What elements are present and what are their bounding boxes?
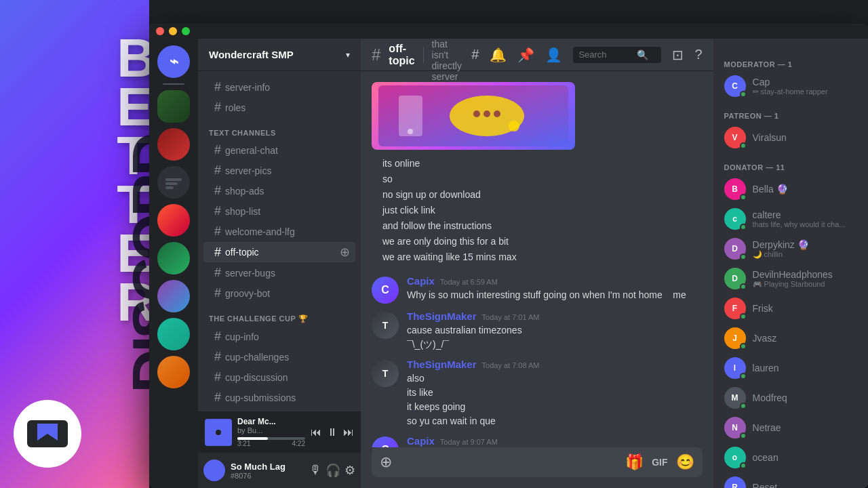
- channel-item-server-bugs[interactable]: # server-bugs: [203, 263, 355, 283]
- member-item-netrae[interactable]: N Netrae: [719, 413, 868, 443]
- channel-item-shop-ads[interactable]: # shop-ads: [203, 181, 355, 201]
- donator-section-header: DONATOR — 11: [719, 152, 868, 174]
- channel-item-welcome-lfg[interactable]: # welcome-and-lfg: [203, 222, 355, 241]
- channel-hash-icon: #: [372, 45, 380, 64]
- channel-item-cup-info[interactable]: # cup-info: [203, 327, 355, 346]
- messages-container: its online so no sign up or download jus…: [361, 71, 713, 447]
- svg-point-11: [509, 121, 519, 131]
- main-chat: # off-topic For stuff that isn't directl…: [361, 39, 713, 488]
- member-info-ocean: ocean: [753, 452, 865, 463]
- server-icon-1[interactable]: [157, 90, 190, 123]
- member-item-reset[interactable]: R Reset: [719, 472, 868, 488]
- brand-letter-b: B: [117, 34, 149, 83]
- hash-icon: #: [214, 350, 221, 364]
- gif-icon[interactable]: GIF: [652, 457, 667, 468]
- hash-icon-btn[interactable]: #: [471, 47, 479, 62]
- inbox-icon[interactable]: ⊡: [672, 47, 684, 63]
- svg-point-9: [408, 129, 413, 134]
- online-status-dot: [740, 403, 747, 409]
- message-header: Capix Today at 6:59 AM: [407, 275, 703, 287]
- add-file-icon[interactable]: ⊕: [380, 453, 392, 471]
- member-name: Jvasz: [753, 333, 865, 344]
- discord-home-button[interactable]: ⌁: [157, 45, 190, 78]
- emoji-icon[interactable]: 😊: [676, 453, 694, 471]
- member-item-bella[interactable]: B Bella 🔮: [719, 174, 868, 204]
- channel-item-cup-discussion[interactable]: # cup-discussion: [203, 367, 355, 387]
- server-icon-6[interactable]: [157, 280, 190, 312]
- channel-item-server-info[interactable]: # server-info: [203, 77, 355, 97]
- channel-item-roles[interactable]: # roles: [203, 98, 355, 117]
- msg-line: its online: [382, 157, 703, 171]
- play-pause-button[interactable]: ⏸: [327, 426, 338, 439]
- channel-item-server-pics[interactable]: # server-pics: [203, 161, 355, 180]
- member-item-viralsun[interactable]: V Viralsun: [719, 123, 868, 152]
- music-info: Dear Mc... by Bu... 3:21 4:22: [237, 417, 305, 447]
- headphones-icon[interactable]: 🎧: [326, 463, 340, 478]
- help-icon[interactable]: ?: [694, 47, 702, 62]
- member-item-caltere[interactable]: c caltere thats life, why would it cha..…: [719, 204, 868, 234]
- channel-item-cup-challenges[interactable]: # cup-challenges: [203, 347, 355, 367]
- online-status-dot: [740, 283, 747, 290]
- message-group: T TheSignMaker Today at 7:08 AM also its…: [372, 357, 703, 430]
- member-name: Cap: [753, 77, 865, 87]
- member-item-frisk[interactable]: F Frisk: [719, 293, 868, 323]
- member-avatar-devilnheadphones: D: [724, 268, 746, 289]
- gift-icon[interactable]: 🎁: [625, 453, 644, 471]
- close-button[interactable]: [156, 27, 164, 35]
- member-name: Derpykinz 🔮: [753, 239, 865, 250]
- next-track-button[interactable]: ⏭: [343, 426, 354, 439]
- message-input[interactable]: [399, 457, 618, 468]
- server-icon-5[interactable]: [157, 242, 190, 274]
- hash-icon: #: [214, 224, 221, 239]
- member-avatar-cap: C: [724, 75, 746, 97]
- hash-icon: #: [214, 143, 221, 157]
- user-info: So Much Lag #8076: [231, 462, 304, 480]
- challenge-cup-header: THE CHALLENGE CUP 🏆: [198, 304, 361, 326]
- member-item-lauren[interactable]: l lauren: [719, 353, 868, 383]
- message-timestamp: Today at 6:59 AM: [440, 278, 498, 286]
- pin-icon[interactable]: 📌: [517, 47, 534, 63]
- member-item-ocean[interactable]: o ocean: [719, 443, 868, 472]
- server-icon-2[interactable]: [157, 128, 190, 161]
- server-icon-8[interactable]: [157, 356, 190, 388]
- music-player: Dear Mc... by Bu... 3:21 4:22 ⏮ ⏸ ⏭: [198, 411, 361, 453]
- maximize-button[interactable]: [182, 27, 190, 35]
- member-info-devilnheadphones: DevilnHeadphones 🎮 Playing Starbound: [753, 269, 865, 289]
- member-info-lauren: lauren: [753, 363, 865, 373]
- microphone-icon[interactable]: 🎙: [309, 463, 321, 478]
- server-header[interactable]: Wondercraft SMP ▾: [198, 39, 361, 71]
- channel-item-general-chat[interactable]: # general-chat: [203, 140, 355, 160]
- search-input[interactable]: [578, 49, 633, 60]
- member-name: Netrae: [753, 422, 865, 433]
- channel-item-shop-list[interactable]: # shop-list: [203, 201, 355, 221]
- member-item-devilnheadphones[interactable]: D DevilnHeadphones 🎮 Playing Starbound: [719, 264, 868, 293]
- search-icon[interactable]: 🔍: [637, 49, 648, 60]
- hash-icon: #: [214, 204, 221, 218]
- channel-item-off-topic[interactable]: # off-topic ⊕: [203, 242, 355, 262]
- channel-item-groovy-bot[interactable]: # groovy-bot: [203, 283, 355, 303]
- online-status-dot: [740, 462, 747, 469]
- member-item-jvasz[interactable]: J Jvasz: [719, 323, 868, 353]
- member-item-modfreq[interactable]: M Modfreq: [719, 383, 868, 413]
- member-info-frisk: Frisk: [753, 303, 865, 314]
- hash-icon: #: [214, 80, 221, 94]
- bell-icon[interactable]: 🔔: [490, 47, 507, 63]
- online-status-dot: [740, 432, 747, 439]
- members-icon[interactable]: 👤: [545, 47, 562, 63]
- settings-icon[interactable]: ⚙: [344, 463, 355, 478]
- member-name: Frisk: [753, 303, 865, 314]
- msg-line: just click link: [382, 203, 703, 218]
- member-item-cap[interactable]: C Cap ✏ stay-at-home rapper: [719, 71, 868, 101]
- brand-letter-e1: E: [117, 83, 149, 131]
- online-status-dot: [740, 142, 747, 149]
- member-info-viralsun: Viralsun: [753, 132, 865, 143]
- member-item-derpykinz[interactable]: D Derpykinz 🔮 🌙 chillin: [719, 234, 868, 264]
- search-box[interactable]: 🔍: [573, 47, 661, 63]
- prev-track-button[interactable]: ⏮: [311, 426, 321, 439]
- server-icon-7[interactable]: [157, 318, 190, 350]
- minimize-button[interactable]: [169, 27, 177, 35]
- channel-item-cup-submissions[interactable]: # cup-submissions: [203, 388, 355, 407]
- server-icon-3[interactable]: [157, 166, 190, 199]
- server-icon-4[interactable]: [157, 204, 190, 237]
- member-avatar-derpykinz: D: [724, 238, 746, 260]
